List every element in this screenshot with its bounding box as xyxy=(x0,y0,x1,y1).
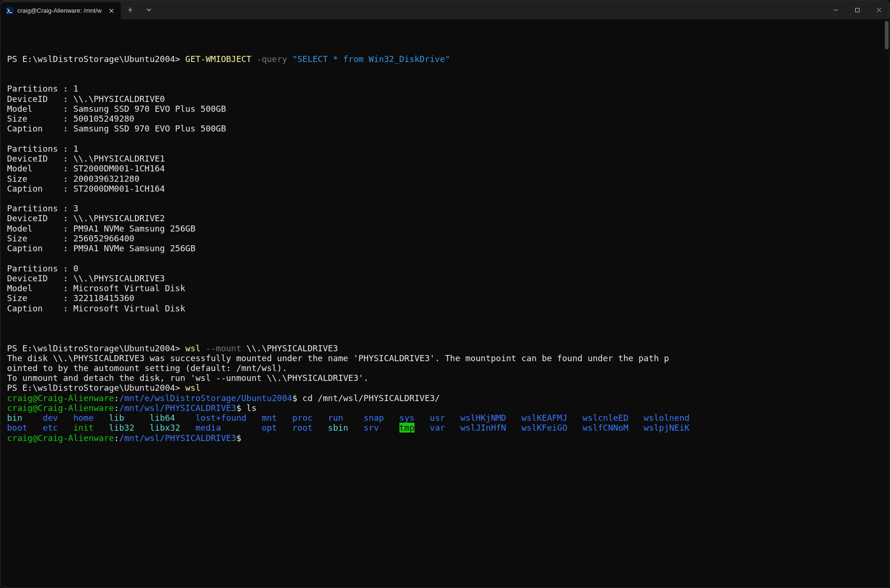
terminal-line xyxy=(7,323,883,333)
tab-title: craig@Craig-Alienware: /mnt/w xyxy=(17,7,104,14)
terminal-line: Model : Microsoft Virtual Disk xyxy=(7,283,883,293)
terminal-line xyxy=(7,253,883,263)
titlebar: craig@Craig-Alienware: /mnt/w xyxy=(0,0,890,19)
terminal-line: Size : 2000396321280 xyxy=(7,174,883,184)
terminal-line: Size : 322118415360 xyxy=(7,293,883,303)
terminal-line xyxy=(7,74,883,84)
scrollbar-thumb[interactable] xyxy=(885,21,889,49)
tab-dropdown-button[interactable] xyxy=(140,0,158,19)
terminal-line xyxy=(7,313,883,323)
terminal-line: ointed to by the automount setting (defa… xyxy=(7,363,883,373)
terminal-line: Model : PM9A1 NVMe Samsung 256GB xyxy=(7,224,883,233)
terminal-line: Size : 500105249280 xyxy=(7,114,883,124)
terminal-line: Caption : ST2000DM001-1CH164 xyxy=(7,184,883,193)
powershell-icon xyxy=(6,7,14,15)
terminal-line: PS E:\wslDistroStorage\Ubuntu2004> wsl -… xyxy=(7,343,883,353)
terminal-line: Partitions : 1 xyxy=(7,144,883,154)
terminal-line: Caption : PM9A1 NVMe Samsung 256GB xyxy=(7,243,883,253)
terminal-window: craig@Craig-Alienware: /mnt/w xyxy=(0,0,890,588)
terminal-line: DeviceID : \\.\PHYSICALDRIVE0 xyxy=(7,94,883,104)
terminal-line: Partitions : 3 xyxy=(7,203,883,213)
terminal-line: Caption : Samsung SSD 970 EVO Plus 500GB xyxy=(7,124,883,133)
terminal-line: Model : ST2000DM001-1CH164 xyxy=(7,163,883,173)
terminal-line: bin dev home lib lib64 lost+found mnt pr… xyxy=(7,413,883,423)
minimize-button[interactable] xyxy=(825,0,846,19)
terminal-content[interactable]: PS E:\wslDistroStorage\Ubuntu2004> GET-W… xyxy=(0,19,890,588)
terminal-line: boot etc init lib32 libx32 media opt roo… xyxy=(7,423,883,433)
terminal-line: Size : 256052966400 xyxy=(7,233,883,243)
terminal-line: craig@Craig-Alienware:/mnt/wsl/PHYSICALD… xyxy=(7,433,883,443)
terminal-line: PS E:\wslDistroStorage\Ubuntu2004> GET-W… xyxy=(7,54,883,64)
terminal-line xyxy=(7,333,883,343)
terminal-line: To unmount and detach the disk, run 'wsl… xyxy=(7,373,883,383)
close-window-button[interactable] xyxy=(868,0,890,19)
terminal-line xyxy=(7,193,883,203)
tab-active[interactable]: craig@Craig-Alienware: /mnt/w xyxy=(0,2,121,19)
terminal-line: craig@Craig-Alienware:/mnt/wsl/PHYSICALD… xyxy=(7,403,883,413)
terminal-line: Model : Samsung SSD 970 EVO Plus 500GB xyxy=(7,104,883,114)
terminal-line: The disk \\.\PHYSICALDRIVE3 was successf… xyxy=(7,353,883,363)
terminal-line: PS E:\wslDistroStorage\Ubuntu2004> wsl xyxy=(7,383,883,393)
terminal-line: DeviceID : \\.\PHYSICALDRIVE2 xyxy=(7,213,883,223)
window-controls xyxy=(825,0,890,19)
terminal-line: DeviceID : \\.\PHYSICALDRIVE3 xyxy=(7,273,883,283)
maximize-button[interactable] xyxy=(846,0,868,19)
terminal-line: Partitions : 1 xyxy=(7,84,883,93)
svg-rect-3 xyxy=(855,8,859,12)
tab-close-button[interactable] xyxy=(108,7,115,15)
terminal-line xyxy=(7,64,883,74)
terminal-line: DeviceID : \\.\PHYSICALDRIVE1 xyxy=(7,154,883,163)
terminal-line: craig@Craig-Alienware:/mnt/e/wslDistroSt… xyxy=(7,393,883,403)
terminal-line: Partitions : 0 xyxy=(7,263,883,273)
terminal-line: Caption : Microsoft Virtual Disk xyxy=(7,303,883,313)
terminal-line xyxy=(7,134,883,144)
svg-rect-0 xyxy=(6,7,14,15)
titlebar-spacer xyxy=(158,0,825,19)
tab-strip: craig@Craig-Alienware: /mnt/w xyxy=(0,0,121,19)
new-tab-button[interactable] xyxy=(121,0,140,19)
